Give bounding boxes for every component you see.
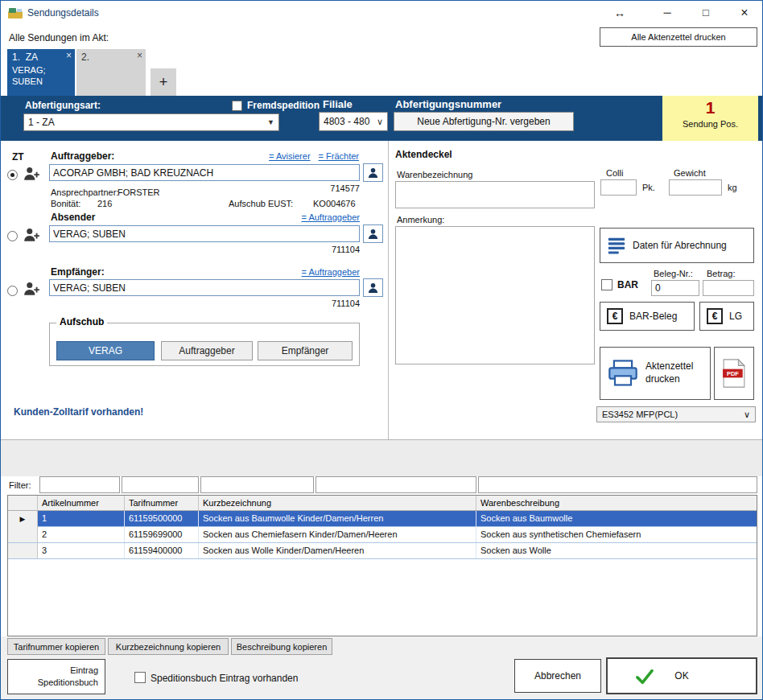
filter-input-kurzbezeichnung[interactable] [200, 476, 314, 493]
absender-auftraggeber-link[interactable]: = Auftraggeber [302, 212, 360, 222]
tab-sendung-2[interactable]: 2. × [76, 49, 146, 96]
table-row[interactable]: 3 61159400000 Socken aus Wolle Kinder/Da… [8, 543, 757, 559]
auftraggeber-label: Auftraggeber: [51, 150, 114, 162]
cell-kurzbezeichnung: Socken aus Chemiefasern Kinder/Damen/Hee… [199, 527, 476, 542]
absender-radio[interactable] [7, 231, 18, 241]
auftraggeber-radio[interactable] [7, 170, 18, 180]
pdf-button[interactable]: PDF [714, 347, 754, 400]
avisierer-link[interactable]: = Avisierer [269, 151, 310, 161]
svg-text:PDF: PDF [727, 370, 739, 377]
cell-artikelnummer: 2 [38, 527, 125, 542]
maximize-button[interactable]: □ [688, 1, 724, 25]
abfertigungsart-value: 1 - ZA [28, 117, 55, 128]
row-selector [8, 543, 38, 558]
filter-input-artikelnummer[interactable] [39, 476, 120, 493]
add-tab-button[interactable]: + [151, 68, 176, 96]
app-icon [8, 7, 23, 22]
aufschub-auftraggeber-button[interactable]: Auftraggeber [161, 341, 253, 360]
filiale-select[interactable]: 4803 - 480 ∨ [319, 112, 388, 131]
window-title: Sendungsdetails [27, 7, 99, 19]
printer-select[interactable]: ES3452 MFP(PCL) ∨ [596, 406, 756, 422]
row-selector [8, 527, 38, 542]
dispatch-band: Abfertigungsart: Fremdspedition Filiale … [1, 96, 762, 141]
column-header-tarifnummer[interactable]: Tarifnummer [125, 496, 199, 510]
column-header-kurzbezeichnung[interactable]: Kurzbezeichnung [199, 496, 476, 510]
anmerkung-textarea[interactable] [395, 226, 595, 364]
vertical-divider [388, 141, 389, 439]
anmerkung-label: Anmerkung: [397, 215, 444, 224]
tab-number: 1. [12, 51, 20, 63]
lg-button[interactable]: € LG [699, 302, 754, 331]
table-empty-area [8, 576, 757, 636]
row-marker-icon: ▶ [8, 511, 38, 527]
articles-table: Artikelnummer Tarifnummer Kurzbezeichnun… [7, 495, 757, 636]
euro-icon: € [707, 308, 723, 324]
abbrechen-button[interactable]: Abbrechen [514, 659, 601, 693]
gewicht-input[interactable] [669, 179, 722, 196]
table-header: Artikelnummer Tarifnummer Kurzbezeichnun… [8, 496, 757, 511]
filter-input-tarifnummer[interactable] [122, 476, 199, 493]
auftraggeber-input[interactable] [49, 164, 360, 181]
person-add-icon[interactable] [23, 166, 40, 185]
contact-person-icon [367, 228, 379, 240]
betrag-label: Betrag: [707, 269, 735, 278]
neue-abfertigungsnummer-button[interactable]: Neue Abfertigung-Nr. vergeben [394, 112, 574, 131]
empfaenger-contact-button[interactable] [363, 278, 383, 297]
tab-close-icon[interactable]: × [137, 50, 142, 61]
zt-label: ZT [12, 151, 24, 163]
betrag-input[interactable] [703, 280, 754, 296]
eintrag-speditionsbuch-button[interactable]: Eintrag Speditionsbuch [7, 659, 105, 694]
filter-input-warenbeschreibung[interactable] [478, 476, 757, 493]
warenbezeichnung-label: Warenbezeichnung [397, 170, 472, 179]
empfaenger-radio[interactable] [7, 286, 18, 296]
beleg-nr-input[interactable] [651, 280, 699, 296]
aufschub-empfaenger-button[interactable]: Empfänger [258, 341, 353, 360]
copy-kurzbezeichnung-button[interactable]: Kurzbezeichnung kopieren [108, 638, 229, 655]
main-area: ZT Auftraggeber: = Avisierer = Frächter … [1, 141, 762, 439]
tab-name: VERAG; SUBEN [12, 65, 65, 88]
table-row[interactable]: ▶ 1 61159500000 Socken aus Baumwolle Kin… [8, 511, 757, 527]
absender-contact-button[interactable] [363, 224, 383, 243]
gewicht-unit-label: kg [728, 183, 737, 192]
cell-kurzbezeichnung: Socken aus Baumwolle Kinder/Damen/Herren [199, 511, 476, 527]
colli-input[interactable] [600, 179, 637, 196]
fremdspedition-checkbox[interactable] [232, 101, 242, 111]
aktendeckel-title: Aktendeckel [395, 149, 452, 160]
pdf-icon: PDF [722, 358, 746, 389]
tab-close-icon[interactable]: × [66, 50, 72, 61]
filiale-label: Filiale [323, 98, 353, 110]
print-all-aktenzettel-button[interactable]: Alle Aktenzettel drucken [600, 27, 757, 47]
bar-beleg-button[interactable]: € BAR-Beleg [600, 302, 695, 331]
zolltarif-note: Kunden-Zolltarif vorhanden! [14, 406, 143, 418]
warenbezeichnung-input[interactable] [395, 181, 595, 208]
ok-button[interactable]: OK [606, 657, 757, 694]
aktenzettel-drucken-button[interactable]: Aktenzettel drucken [600, 347, 711, 400]
abfertigungsart-select[interactable]: 1 - ZA ▼ [23, 113, 279, 131]
column-header-artikelnummer[interactable]: Artikelnummer [38, 496, 125, 510]
contact-person-icon [367, 167, 379, 179]
aufschub-verag-button[interactable]: VERAG [56, 341, 155, 360]
combo-arrow-icon: ▼ [264, 118, 274, 126]
filter-input-extra[interactable] [316, 476, 476, 493]
person-add-icon[interactable] [23, 227, 40, 246]
minimize-button[interactable]: ─ [650, 1, 685, 25]
bar-checkbox[interactable] [601, 279, 612, 290]
tab-sendung-1[interactable]: 1. ZA × VERAG; SUBEN [7, 49, 75, 96]
absender-input[interactable] [49, 225, 360, 242]
copy-tarifnummer-button[interactable]: Tarifnummer kopieren [7, 638, 105, 655]
absender-number: 711104 [274, 245, 360, 254]
speditionsbuch-checkbox[interactable] [134, 672, 146, 683]
person-add-icon[interactable] [23, 281, 40, 300]
daten-abrechnung-label: Daten für Abrechnung [633, 240, 727, 251]
table-row[interactable]: 2 61159699000 Socken aus Chemiefasern Ki… [8, 527, 757, 543]
bar-label: BAR [617, 279, 638, 290]
close-button[interactable]: × [727, 1, 762, 25]
empfaenger-auftraggeber-link[interactable]: = Auftraggeber [302, 267, 360, 277]
auftraggeber-contact-button[interactable] [363, 163, 383, 182]
daten-abrechnung-button[interactable]: Daten für Abrechnung [600, 228, 754, 263]
fraechter-link[interactable]: = Frächter [319, 151, 359, 161]
empfaenger-input[interactable] [49, 279, 360, 296]
column-header-warenbeschreibung[interactable]: Warenbeschreibung [476, 496, 757, 510]
resize-icon[interactable]: ↔ [606, 1, 633, 25]
copy-beschreibung-button[interactable]: Beschreibung kopieren [231, 638, 332, 655]
